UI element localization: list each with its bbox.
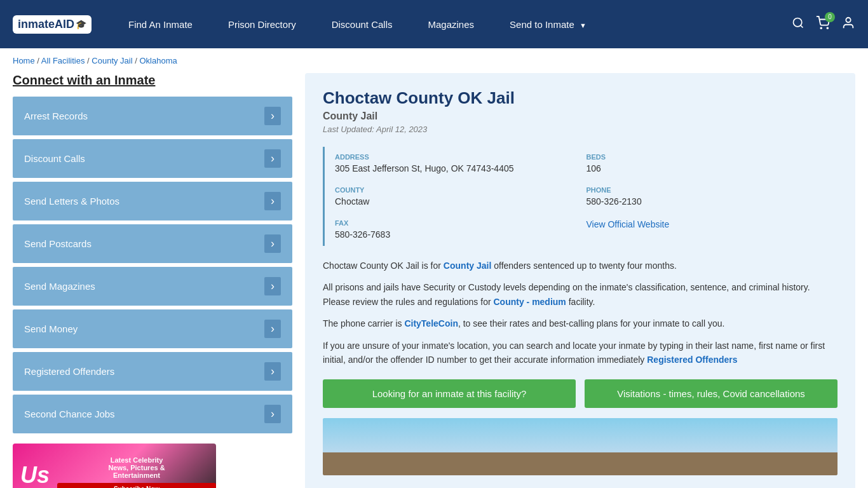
- cart-badge: 0: [825, 12, 835, 22]
- arrow-icon-1: ›: [264, 149, 281, 168]
- facility-desc-4: If you are unsure of your inmate's locat…: [323, 339, 837, 367]
- facility-type: County Jail: [323, 111, 837, 122]
- website-cell: View Official Website: [587, 213, 838, 246]
- address-cell: ADDRESS 305 East Jefferson St, Hugo, OK …: [335, 147, 587, 180]
- sidebar-item-arrest-records[interactable]: Arrest Records ›: [13, 97, 292, 135]
- sidebar-item-send-magazines[interactable]: Send Magazines ›: [13, 267, 292, 306]
- arrow-icon-0: ›: [264, 107, 281, 125]
- fax-value: 580-326-7683: [335, 229, 580, 240]
- logo-icon: 🎓: [76, 19, 86, 29]
- arrow-icon-6: ›: [264, 362, 281, 381]
- sky-layer: [323, 418, 837, 452]
- nav-find-inmate[interactable]: Find An Inmate: [111, 19, 210, 30]
- facility-desc-1: Choctaw County OK Jail is for County Jai…: [323, 259, 837, 273]
- arrow-icon-3: ›: [264, 234, 281, 253]
- fax-cell: FAX 580-326-7683: [335, 213, 587, 246]
- header: inmate AID 🎓 Find An Inmate Prison Direc…: [0, 0, 868, 48]
- facility-detail: Choctaw County OK Jail County Jail Last …: [305, 73, 855, 488]
- breadcrumb-all-facilities[interactable]: All Facilities: [41, 56, 85, 65]
- logo-area[interactable]: inmate AID 🎓: [13, 15, 92, 34]
- facility-desc-2: All prisons and jails have Security or C…: [323, 280, 837, 309]
- breadcrumb: Home / All Facilities / County Jail / Ok…: [0, 48, 868, 73]
- visitations-button[interactable]: Visitations - times, rules, Covid cancel…: [585, 379, 837, 408]
- search-icon[interactable]: [792, 17, 804, 32]
- svg-point-0: [794, 18, 802, 26]
- county-medium-link[interactable]: County - medium: [493, 297, 566, 307]
- svg-point-3: [827, 27, 828, 29]
- ad-logo: Us: [13, 456, 57, 488]
- citytelecoin-link[interactable]: CityTeleCoin: [404, 318, 458, 329]
- nav-magazines[interactable]: Magazines: [410, 19, 492, 30]
- breadcrumb-county-jail[interactable]: County Jail: [92, 56, 132, 65]
- county-value: Choctaw: [335, 196, 580, 207]
- breadcrumb-oklahoma[interactable]: Oklahoma: [139, 56, 177, 65]
- logo-text: inmate: [18, 18, 55, 31]
- address-label: ADDRESS: [335, 153, 580, 161]
- county-label: COUNTY: [335, 186, 580, 194]
- svg-line-1: [801, 25, 803, 27]
- sidebar-item-send-letters[interactable]: Send Letters & Photos ›: [13, 182, 292, 220]
- sidebar-item-send-money[interactable]: Send Money ›: [13, 309, 292, 348]
- beds-cell: BEDS 106: [587, 147, 838, 180]
- ad-subscribe-button[interactable]: Subscribe Now: [57, 483, 216, 489]
- advertisement[interactable]: Us Latest Celebrity News, Pictures & Ent…: [13, 444, 216, 488]
- sidebar-item-second-chance-jobs[interactable]: Second Chance Jobs ›: [13, 395, 292, 433]
- phone-cell: PHONE 580-326-2130: [587, 180, 838, 213]
- facility-desc-3: The phone carrier is CityTeleCoin, to se…: [323, 316, 837, 330]
- address-value: 305 East Jefferson St, Hugo, OK 74743-44…: [335, 163, 580, 173]
- facility-title: Choctaw County OK Jail: [323, 88, 837, 108]
- sidebar-item-send-postcards[interactable]: Send Postcards ›: [13, 224, 292, 263]
- nav-discount-calls[interactable]: Discount Calls: [314, 19, 410, 30]
- sidebar-item-discount-calls[interactable]: Discount Calls ›: [13, 139, 292, 178]
- arrow-icon-5: ›: [264, 320, 281, 338]
- arrow-icon-2: ›: [264, 192, 281, 210]
- county-jail-link[interactable]: County Jail: [444, 261, 491, 271]
- facility-info-grid: ADDRESS 305 East Jefferson St, Hugo, OK …: [323, 147, 837, 246]
- arrow-icon-4: ›: [264, 277, 281, 295]
- facility-image: [323, 418, 837, 475]
- phone-label: PHONE: [587, 186, 832, 194]
- registered-offenders-link[interactable]: Registered Offenders: [647, 355, 737, 365]
- beds-value: 106: [587, 163, 832, 173]
- arrow-icon-7: ›: [264, 405, 281, 423]
- fax-label: FAX: [335, 219, 580, 227]
- county-cell: COUNTY Choctaw: [335, 180, 587, 213]
- facility-last-updated: Last Updated: April 12, 2023: [323, 125, 837, 134]
- logo-box: inmate AID 🎓: [13, 15, 92, 34]
- dropdown-arrow-icon: ▼: [580, 22, 587, 29]
- ad-text: Latest Celebrity News, Pictures & Entert…: [57, 456, 216, 489]
- official-website-link[interactable]: View Official Website: [587, 219, 670, 229]
- svg-point-4: [846, 17, 850, 22]
- beds-label: BEDS: [587, 153, 832, 161]
- cart-icon[interactable]: 0: [816, 16, 830, 33]
- sidebar-title: Connect with an Inmate: [13, 73, 292, 88]
- sidebar: Connect with an Inmate Arrest Records › …: [13, 73, 292, 488]
- sidebar-item-registered-offenders[interactable]: Registered Offenders ›: [13, 352, 292, 391]
- looking-for-inmate-button[interactable]: Looking for an inmate at this facility?: [323, 379, 576, 408]
- nav-links: Find An Inmate Prison Directory Discount…: [111, 19, 792, 30]
- nav-prison-directory[interactable]: Prison Directory: [210, 19, 314, 30]
- logo-aid: AID: [55, 18, 74, 31]
- phone-value: 580-326-2130: [587, 196, 832, 207]
- ground-layer: [323, 452, 837, 475]
- action-buttons: Looking for an inmate at this facility? …: [323, 379, 837, 408]
- main-content: Connect with an Inmate Arrest Records › …: [0, 73, 868, 488]
- header-icons: 0: [792, 16, 855, 33]
- nav-send-to-inmate[interactable]: Send to Inmate ▼: [492, 19, 604, 30]
- breadcrumb-home[interactable]: Home: [13, 56, 35, 65]
- svg-point-2: [820, 27, 822, 29]
- user-icon[interactable]: [841, 16, 855, 33]
